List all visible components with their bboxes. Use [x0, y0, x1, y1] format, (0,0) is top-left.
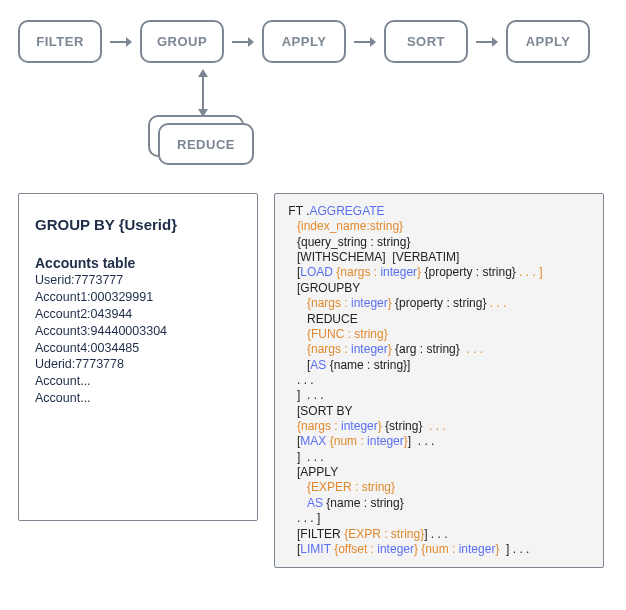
groupby-panel: GROUP BY {Userid} Accounts table Userid:…: [18, 193, 258, 521]
code-line: {query_string : string}: [285, 235, 593, 250]
code-line: [LOAD {nargs : integer} {property : stri…: [285, 265, 593, 280]
table-row: Account...: [35, 390, 241, 407]
groupby-title: GROUP BY {Userid}: [35, 216, 241, 233]
arrow-right-icon: [476, 35, 498, 49]
code-line: {nargs : integer} {property : string} . …: [285, 296, 593, 311]
code-line: [AS {name : string}]: [285, 358, 593, 373]
code-line: . . .: [285, 373, 593, 388]
code-line: [LIMIT {offset : integer} {num : integer…: [285, 542, 593, 557]
code-line: ] . . .: [285, 450, 593, 465]
syntax-panel: FT .AGGREGATE {index_name:string} {query…: [274, 193, 604, 568]
bottom-row: GROUP BY {Userid} Accounts table Userid:…: [18, 193, 608, 568]
code-line: [GROUPBY: [285, 281, 593, 296]
table-row: Account3:94440003304: [35, 323, 241, 340]
sort-node: SORT: [384, 20, 468, 63]
apply-node-2: APPLY: [506, 20, 590, 63]
table-row: Account1:000329991: [35, 289, 241, 306]
filter-node: FILTER: [18, 20, 102, 63]
reduce-node: REDUCE: [158, 123, 254, 165]
reduce-stack: REDUCE: [148, 115, 258, 165]
svg-marker-7: [492, 37, 498, 47]
table-row: Uderid:7773778: [35, 356, 241, 373]
code-line: ] . . .: [285, 388, 593, 403]
table-row: Account...: [35, 373, 241, 390]
code-line: [WITHSCHEMA] [VERBATIM]: [285, 250, 593, 265]
group-node: GROUP: [140, 20, 224, 63]
code-line: AS {name : string}: [285, 496, 593, 511]
accounts-table-title: Accounts table: [35, 255, 241, 271]
arrow-bidirectional-icon: [183, 69, 223, 117]
code-line: {nargs : integer} {string} . . .: [285, 419, 593, 434]
code-line: [MAX {num : integer}] . . .: [285, 434, 593, 449]
code-line: {nargs : integer} {arg : string} . . .: [285, 342, 593, 357]
code-line: [SORT BY: [285, 404, 593, 419]
code-line: {index_name:string}: [285, 219, 593, 234]
pipeline-row: FILTER GROUP APPLY SORT APPLY: [18, 20, 608, 63]
table-row: Userid:7773777: [35, 272, 241, 289]
arrow-right-icon: [232, 35, 254, 49]
code-line: [FILTER {EXPR : string}] . . .: [285, 527, 593, 542]
code-line: REDUCE: [285, 312, 593, 327]
code-line: . . . ]: [285, 511, 593, 526]
apply-node-1: APPLY: [262, 20, 346, 63]
code-line: [APPLY: [285, 465, 593, 480]
arrow-right-icon: [354, 35, 376, 49]
arrow-right-icon: [110, 35, 132, 49]
code-line: {FUNC : string}: [285, 327, 593, 342]
svg-marker-3: [248, 37, 254, 47]
table-row: Account2:043944: [35, 306, 241, 323]
svg-marker-1: [126, 37, 132, 47]
code-line: {EXPER : string}: [285, 480, 593, 495]
svg-marker-5: [370, 37, 376, 47]
code-line: FT .AGGREGATE: [285, 204, 593, 219]
table-row: Account4:0034485: [35, 340, 241, 357]
